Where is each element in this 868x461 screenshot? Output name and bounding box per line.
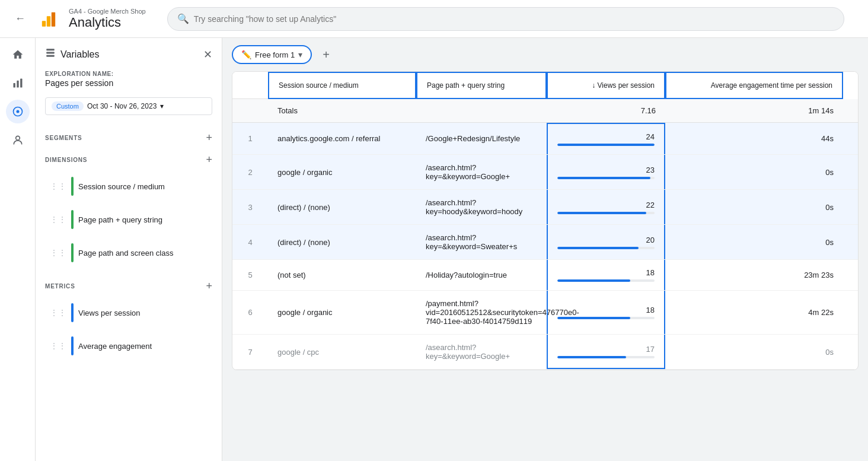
views-bar-wrap (557, 144, 655, 146)
col-header-label: Session source / medium (279, 81, 359, 90)
path-cell: /payment.html?vid=20160512512&securityto… (416, 291, 547, 334)
main-layout: Variables ✕ EXPLORATION NAME: Pages per … (0, 38, 868, 461)
path-cell: /asearch.html?key=&keyword=Sweater+s (416, 225, 547, 259)
panel-title-text: Variables (60, 49, 100, 60)
search-input[interactable] (194, 14, 834, 24)
topbar: ← GA4 - Google Merch Shop Analytics 🔍 (0, 0, 868, 38)
add-segment-button[interactable]: + (206, 132, 212, 144)
dimensions-section-header: DIMENSIONS + (45, 149, 212, 171)
views-bar-wrap (557, 177, 655, 179)
path-cell: /asearch.html?key=hoody&keyword=hoody (416, 190, 547, 224)
engagement-cell: 0s (665, 190, 843, 224)
views-bar (557, 177, 650, 179)
path-cell: /Google+Redesign/Lifestyle (416, 123, 547, 154)
views-cell: 22 (547, 190, 665, 224)
views-cell: 24 (547, 123, 665, 154)
col-header-label: Page path + query string (427, 81, 505, 90)
views-bar (557, 317, 630, 319)
totals-empty (416, 99, 547, 122)
views-value: 17 (557, 345, 655, 354)
svg-point-8 (15, 136, 20, 140)
search-icon: 🔍 (177, 13, 189, 24)
source-cell: google / cpc (268, 335, 416, 369)
views-value: 18 (557, 268, 655, 277)
svg-rect-1 (47, 16, 50, 27)
dimension-item-session-source[interactable]: ⋮⋮ Session source / medium (45, 171, 212, 202)
engagement-cell: 44s (665, 123, 843, 154)
source-cell: (direct) / (none) (268, 225, 416, 259)
segments-section-header: SEGMENTS + (45, 127, 212, 149)
metric-color-bar (71, 336, 74, 355)
col-header-engagement: Average engagement time per session (665, 72, 843, 99)
views-bar (557, 144, 655, 146)
drag-handle-icon: ⋮⋮ (50, 182, 66, 191)
svg-rect-11 (46, 55, 55, 57)
account-subtitle: GA4 - Google Merch Shop (69, 8, 146, 15)
dimension-color-bar (71, 177, 74, 196)
table-row: 6 google / organic /payment.html?vid=201… (232, 291, 858, 335)
engagement-cell: 23m 23s (665, 260, 843, 290)
views-value: 20 (557, 236, 655, 244)
totals-engagement: 1m 14s (665, 99, 843, 122)
row-num-cell: 7 (232, 335, 268, 369)
segments-label: SEGMENTS (45, 135, 82, 141)
table-row: 5 (not set) /Holiday?autologin=true 18 2… (232, 260, 858, 291)
col-header-label: Average engagement time per session (711, 81, 832, 90)
date-range-text: Oct 30 - Nov 26, 2023 (87, 102, 157, 110)
close-panel-button[interactable]: ✕ (203, 48, 212, 61)
table-row: 2 google / organic /asearch.html?key=&ke… (232, 155, 858, 190)
exploration-name: Pages per session (45, 78, 212, 88)
tab-free-form-1[interactable]: ✏️ Free form 1 ▾ (232, 45, 312, 64)
col-header-views: ↓ Views per session (547, 72, 665, 99)
nav-home-icon[interactable] (6, 43, 30, 66)
views-bar-wrap (557, 356, 655, 358)
metric-item-avg-engagement[interactable]: ⋮⋮ Average engagement (45, 330, 212, 361)
svg-point-7 (16, 110, 19, 113)
views-value: 24 (557, 132, 655, 141)
nav-icons (0, 38, 36, 461)
engagement-cell: 0s (665, 335, 843, 369)
dimension-item-page-path-query[interactable]: ⋮⋮ Page path + query string (45, 204, 212, 235)
table-row: 4 (direct) / (none) /asearch.html?key=&k… (232, 225, 858, 260)
add-tab-button[interactable]: + (317, 45, 336, 64)
views-bar-wrap (557, 317, 655, 319)
dimension-color-bar (71, 210, 74, 229)
row-num-cell: 5 (232, 260, 268, 290)
svg-rect-2 (52, 12, 55, 26)
tab-label: Free form 1 (255, 50, 295, 59)
views-bar (557, 212, 646, 214)
metric-label: Views per session (78, 309, 141, 317)
metric-item-views-per-session[interactable]: ⋮⋮ Views per session (45, 297, 212, 328)
back-button[interactable]: ← (9, 8, 31, 30)
views-value: 22 (557, 201, 655, 209)
date-range-container: EXPLORATION NAME: Pages per session Cust… (45, 71, 212, 115)
app-logo (38, 8, 59, 30)
metrics-label: METRICS (45, 283, 75, 290)
source-cell: google / organic (268, 291, 416, 334)
variables-panel: Variables ✕ EXPLORATION NAME: Pages per … (36, 38, 222, 461)
drag-handle-icon: ⋮⋮ (50, 308, 66, 317)
edit-icon: ✏️ (241, 50, 251, 59)
views-cell: 18 (547, 291, 665, 334)
path-cell: /asearch.html?key=&keyword=Google+ (416, 335, 547, 369)
totals-label: Totals (268, 99, 416, 122)
date-range-button[interactable]: Custom Oct 30 - Nov 26, 2023 ▾ (45, 97, 212, 115)
add-metric-button[interactable]: + (206, 280, 212, 293)
nav-reports-icon[interactable] (6, 71, 30, 95)
search-bar[interactable]: 🔍 (167, 7, 844, 31)
date-tag: Custom (52, 101, 84, 111)
views-value: 18 (557, 306, 655, 314)
add-dimension-button[interactable]: + (206, 154, 212, 166)
views-cell: 17 (547, 335, 665, 369)
nav-audience-icon[interactable] (6, 128, 30, 152)
col-header-label: ↓ Views per session (592, 81, 655, 90)
dimensions-label: DIMENSIONS (45, 157, 87, 163)
views-bar (557, 279, 630, 282)
table-row: 3 (direct) / (none) /asearch.html?key=ho… (232, 190, 858, 225)
dimension-item-page-path-screen[interactable]: ⋮⋮ Page path and screen class (45, 237, 212, 268)
panel-title: Variables (45, 47, 100, 61)
metric-label: Average engagement (78, 342, 152, 351)
nav-explore-icon[interactable] (6, 100, 30, 123)
svg-rect-0 (42, 21, 46, 27)
chevron-down-icon: ▾ (298, 50, 302, 59)
